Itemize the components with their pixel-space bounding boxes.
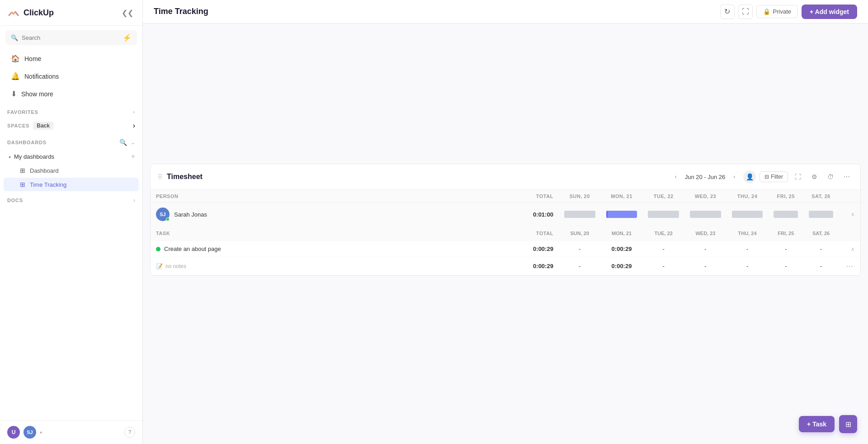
task-thu-label: THU, 24: [726, 226, 769, 241]
sidebar-header: ClickUp ❮❮: [0, 0, 142, 26]
bell-icon: 🔔: [11, 72, 20, 80]
docs-header: DOCS ›: [0, 194, 142, 207]
sidebar-item-dashboard[interactable]: ⊞ Dashboard: [4, 164, 139, 177]
collapse-person-icon[interactable]: ∧: [851, 211, 855, 217]
sun-header: SUN, 20: [559, 190, 601, 203]
notes-text: no notes: [165, 263, 186, 269]
dashboards-actions: 🔍 ⌄: [119, 139, 135, 146]
user-dropdown-arrow-icon[interactable]: ▾: [40, 430, 42, 435]
task-tue-label: TUE, 22: [642, 226, 684, 241]
thu-header: THU, 24: [726, 190, 769, 203]
dashboards-chevron-icon[interactable]: ⌄: [131, 139, 135, 146]
add-widget-button[interactable]: + Add widget: [802, 5, 857, 19]
lightning-icon[interactable]: ⚡: [123, 33, 132, 42]
add-task-label: + Task: [807, 420, 826, 428]
expand-icon: ▸: [9, 154, 11, 159]
add-dashboard-icon[interactable]: +: [131, 152, 135, 161]
task-name: Create an about page: [164, 246, 221, 252]
prev-date-button[interactable]: ‹: [670, 171, 681, 182]
notes-more-icon[interactable]: ⋯: [844, 262, 855, 270]
private-label: Private: [773, 8, 791, 15]
task-thu: -: [726, 241, 769, 257]
topbar-actions: ↻ ⛶ 🔒 Private + Add widget: [720, 5, 857, 19]
person-cell-inner: SJ Sarah Jonas: [156, 208, 484, 221]
fullscreen-button[interactable]: ⛶: [738, 5, 753, 19]
search-input[interactable]: [22, 34, 119, 41]
task-cell-inner: Create an about page: [156, 246, 484, 252]
favorites-chevron-icon[interactable]: ›: [133, 109, 135, 115]
notes-sun: -: [559, 257, 601, 275]
spaces-label: SPACES: [7, 123, 29, 128]
sidebar-item-time-tracking[interactable]: ⊞ Time Tracking: [4, 178, 139, 191]
time-widget-button[interactable]: ⏱: [824, 170, 837, 183]
dashboards-label: DASHBOARDS: [7, 140, 117, 145]
nav-home-label: Home: [24, 55, 41, 62]
task-actions-header: [839, 226, 860, 241]
avatar-user[interactable]: U: [7, 426, 20, 439]
notes-cell: 📝 no notes: [151, 257, 490, 275]
sidebar-collapse-button[interactable]: ❮❮: [120, 7, 135, 19]
person-total: 0:01:00: [490, 203, 559, 226]
task-sun-label: SUN, 20: [559, 226, 601, 241]
apps-button[interactable]: ⊞: [839, 415, 857, 433]
task-sat: -: [803, 241, 839, 257]
collapse-task-icon[interactable]: ∧: [851, 246, 855, 252]
nav-item-notifications[interactable]: 🔔 Notifications: [4, 68, 139, 85]
person-thu: [726, 203, 769, 226]
refresh-icon: ↻: [724, 7, 730, 16]
apps-grid-icon: ⊞: [845, 420, 851, 429]
tue-header: TUE, 22: [642, 190, 684, 203]
help-button[interactable]: ?: [124, 427, 135, 438]
my-dashboards-left: ▸ My dashboards: [9, 153, 54, 160]
sat-bar: [809, 211, 833, 218]
more-widget-button[interactable]: ⋯: [840, 170, 853, 183]
page-title: Time Tracking: [154, 7, 715, 16]
drag-handle-icon[interactable]: ⠿: [158, 173, 162, 180]
task-mon: 0:00:29: [601, 241, 643, 257]
assignee-filter-button[interactable]: 👤: [743, 170, 756, 183]
time-tracking-label: Time Tracking: [30, 181, 66, 188]
notes-more-cell[interactable]: ⋯: [839, 257, 860, 275]
nav-item-show-more[interactable]: ⬇ Show more: [4, 85, 139, 102]
dashboard-label: Dashboard: [30, 167, 59, 174]
search-icon: 🔍: [11, 34, 18, 41]
clickup-logo-icon: [7, 6, 20, 19]
wed-header: WED, 23: [684, 190, 726, 203]
person-name: Sarah Jonas: [174, 211, 207, 218]
sat-header: SAT, 26: [803, 190, 839, 203]
avatar-sj[interactable]: SJ: [24, 426, 36, 439]
spaces-chevron-icon[interactable]: ›: [133, 122, 135, 130]
task-collapse-cell[interactable]: ∧: [839, 241, 860, 257]
private-button[interactable]: 🔒 Private: [756, 5, 798, 18]
mon-header: MON, 21: [601, 190, 643, 203]
date-range-text: Jun 20 - Jun 26: [683, 174, 727, 180]
notes-icon: 📝: [156, 263, 163, 269]
nav-show-more-label: Show more: [21, 90, 53, 98]
widget-header: ⠿ Timesheet ‹ Jun 20 - Jun 26 › 👤 ⊟ Filt…: [151, 164, 860, 190]
task-sat-label: SAT, 26: [803, 226, 839, 241]
filter-button[interactable]: ⊟ Filter: [760, 171, 788, 182]
nav-item-home[interactable]: 🏠 Home: [4, 50, 139, 67]
dashboards-search-icon[interactable]: 🔍: [119, 139, 127, 146]
next-date-button[interactable]: ›: [729, 171, 740, 182]
search-bar[interactable]: 🔍 ⚡: [5, 30, 137, 45]
person-wed: [684, 203, 726, 226]
task-total-label: TOTAL: [490, 226, 559, 241]
add-widget-label: + Add widget: [810, 8, 849, 15]
widget-header-actions: ‹ Jun 20 - Jun 26 › 👤 ⊟ Filter ⛶ ⚙ ⏱ ⋯: [670, 170, 853, 183]
person-fri: [768, 203, 803, 226]
my-dashboards-row[interactable]: ▸ My dashboards +: [0, 150, 142, 163]
table-row-notes: 📝 no notes 0:00:29 - 0:00:29 - - - - -: [151, 257, 860, 275]
docs-chevron-icon[interactable]: ›: [133, 197, 135, 203]
task-column-label: TASK: [151, 226, 490, 241]
fullscreen-icon: ⛶: [742, 8, 749, 16]
topbar: Time Tracking ↻ ⛶ 🔒 Private + Add widget: [143, 0, 868, 24]
add-task-button[interactable]: + Task: [799, 416, 835, 432]
settings-widget-button[interactable]: ⚙: [808, 170, 821, 183]
table-row-task: Create an about page 0:00:29 - 0:00:29 -…: [151, 241, 860, 257]
person-cell: SJ Sarah Jonas: [151, 203, 490, 226]
back-button[interactable]: Back: [33, 122, 53, 130]
refresh-button[interactable]: ↻: [720, 5, 735, 19]
person-collapse[interactable]: ∧: [839, 203, 860, 226]
expand-widget-button[interactable]: ⛶: [792, 170, 804, 183]
